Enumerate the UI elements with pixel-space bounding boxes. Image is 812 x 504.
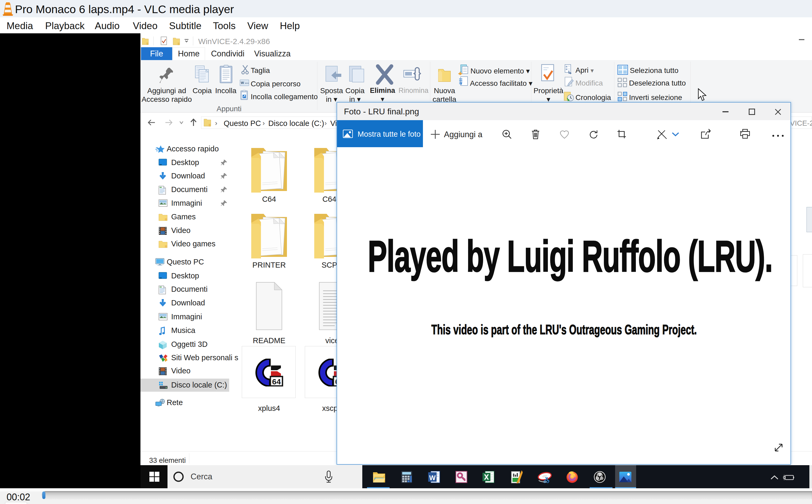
svg-text:W: W (429, 474, 436, 482)
svg-text:W: W (241, 81, 244, 85)
svg-text:64: 64 (272, 377, 281, 386)
